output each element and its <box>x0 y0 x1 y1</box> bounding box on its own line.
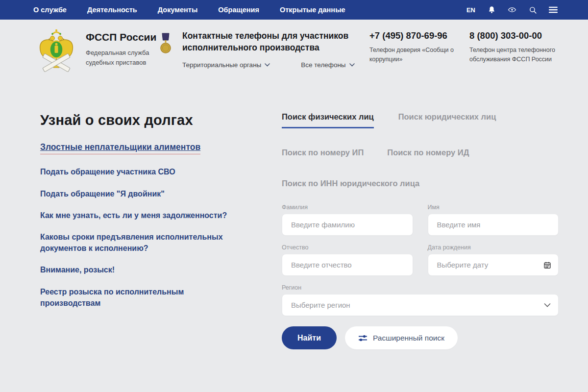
eye-icon[interactable] <box>508 5 516 14</box>
field-firstname: Имя <box>428 204 559 236</box>
field-region: Регион <box>282 284 559 316</box>
search-button[interactable]: Найти <box>282 326 337 349</box>
search-tabs-row-1: Поиск физических лиц Поиск юридических л… <box>282 112 559 128</box>
patronymic-label: Отчество <box>282 244 413 251</box>
advanced-search-label: Расширенный поиск <box>373 334 444 343</box>
dropdown-territorial-bodies[interactable]: Территориальные органы <box>182 61 270 69</box>
language-switcher[interactable]: EN <box>466 6 475 14</box>
field-birthdate: Дата рождения <box>428 244 559 276</box>
phone-callcenter-number[interactable]: 8 (800) 303-00-00 <box>469 30 567 41</box>
menu-icon[interactable] <box>549 5 558 14</box>
individual-search-form: Фамилия Имя Отчество Дата рождения <box>282 204 559 316</box>
form-actions: Найти Расширенный поиск <box>282 326 559 349</box>
sliders-icon <box>358 334 368 342</box>
phone-corruption-caption: Телефон доверия «Сообщи о коррупции» <box>369 46 462 65</box>
page-title: Узнай о своих долгах <box>40 112 282 128</box>
phone-corruption-number[interactable]: +7 (495) 870-69-96 <box>369 30 462 41</box>
org-identity: ФССП России Федеральная служба судебных … <box>86 27 149 67</box>
link-enforcement-deadlines[interactable]: Каковы сроки предъявления исполнительных… <box>40 231 246 254</box>
main-content: Узнай о своих долгах Злостные неплательщ… <box>0 112 588 349</box>
field-patronymic: Отчество <box>282 244 413 276</box>
chevron-down-icon[interactable] <box>544 303 551 307</box>
firstname-label: Имя <box>428 204 559 211</box>
region-label: Регион <box>282 284 559 291</box>
birthdate-input[interactable] <box>428 254 559 276</box>
nav-item-about[interactable]: О службе <box>33 6 67 14</box>
fssp-emblem-logo[interactable] <box>37 27 76 74</box>
nav-item-open-data[interactable]: Открытые данные <box>280 6 345 14</box>
birthdate-label: Дата рождения <box>428 244 559 251</box>
search-icon[interactable] <box>528 5 537 14</box>
tab-ip-number-search[interactable]: Поиск по номеру ИП <box>282 148 364 157</box>
link-double-appeal[interactable]: Подать обращение "Я двойник" <box>40 188 282 199</box>
link-wanted-registry[interactable]: Реестр розыска по исполнительным произво… <box>40 286 246 309</box>
tab-inn-search[interactable]: Поиск по ИНН юридического лица <box>282 179 419 188</box>
lastname-input[interactable] <box>282 214 413 236</box>
org-title: ФССП России <box>86 31 149 43</box>
links-list: Злостные неплательщики алиментов Подать … <box>40 141 282 309</box>
chevron-down-icon <box>349 63 355 67</box>
nav-item-activity[interactable]: Деятельность <box>87 6 137 14</box>
phone-corruption-block: +7 (495) 870-69-96 Телефон доверия «Сооб… <box>369 27 462 65</box>
patronymic-input[interactable] <box>282 254 413 276</box>
medal-icon <box>160 32 171 60</box>
tab-legal-entities-search[interactable]: Поиск юридических лиц <box>398 112 496 122</box>
link-attention-wanted[interactable]: Внимание, розыск! <box>40 264 246 275</box>
region-select[interactable] <box>282 294 559 316</box>
nav-item-documents[interactable]: Документы <box>158 6 198 14</box>
bell-icon[interactable] <box>487 5 496 14</box>
chevron-down-icon <box>265 63 270 67</box>
link-alimony-defaulters[interactable]: Злостные неплательщики алиментов <box>40 141 200 154</box>
advanced-search-button[interactable]: Расширенный поиск <box>345 326 458 349</box>
dropdown-all-phones[interactable]: Все телефоны <box>301 61 354 69</box>
phone-callcenter-caption: Телефон центра телефонного обслуживания … <box>469 46 567 65</box>
contact-phones-block: Контактные телефоны для участников испол… <box>182 27 360 69</box>
org-subtitle: Федеральная служба судебных приставов <box>86 48 149 67</box>
debts-links-column: Узнай о своих долгах Злостные неплательщ… <box>29 112 282 349</box>
nav-item-appeals[interactable]: Обращения <box>218 6 259 14</box>
phone-callcenter-block: 8 (800) 303-00-00 Телефон центра телефон… <box>469 27 567 65</box>
calendar-icon[interactable] <box>544 262 551 269</box>
link-how-to-check-debts[interactable]: Как мне узнать, есть ли у меня задолженн… <box>40 210 246 221</box>
field-lastname: Фамилия <box>282 204 413 236</box>
search-tabs-row-2: Поиск по номеру ИП Поиск по номеру ИД <box>282 148 559 157</box>
search-panel: Поиск физических лиц Поиск юридических л… <box>282 112 559 349</box>
nav-actions: EN <box>466 5 558 14</box>
search-tabs-row-3: Поиск по ИНН юридического лица <box>282 179 559 188</box>
firstname-input[interactable] <box>428 214 559 236</box>
link-svo-appeal[interactable]: Подать обращение участника СВО <box>40 166 282 177</box>
site-header: ФССП России Федеральная служба судебных … <box>0 20 588 74</box>
dropdown-all-phones-label: Все телефоны <box>301 61 345 69</box>
top-navigation: О службе Деятельность Документы Обращени… <box>0 0 588 20</box>
tab-individuals-search[interactable]: Поиск физических лиц <box>282 112 374 128</box>
dropdown-territorial-label: Территориальные органы <box>182 61 261 69</box>
tab-id-number-search[interactable]: Поиск по номеру ИД <box>387 148 469 157</box>
lastname-label: Фамилия <box>282 204 413 211</box>
contact-phones-title: Контактные телефоны для участников испол… <box>182 30 360 53</box>
